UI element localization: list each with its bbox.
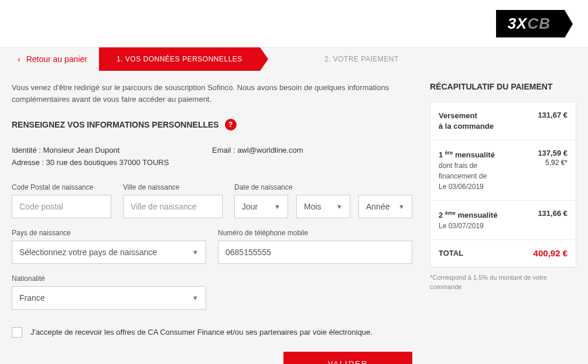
label-nationality: Nationalité [12, 274, 206, 283]
steps-bar: ‹ Retour au panier 1. VOS DONNÉES PERSON… [0, 47, 588, 70]
step-1-personal-data[interactable]: 1. VOS DONNÉES PERSONNELLES [99, 47, 260, 71]
summary-row2-sub-amount: 5,92 €* [538, 159, 568, 167]
back-label: Retour au panier [26, 54, 87, 64]
summary-row1-label1: Versement [439, 111, 477, 120]
section-title-text: RENSEIGNEZ VOS INFORMATIONS PERSONNELLES [12, 120, 219, 129]
chevron-down-icon: ▼ [274, 203, 281, 210]
summary-title: RÉCAPITULATIF DU PAIEMENT [430, 82, 576, 91]
birth-country-select[interactable]: Sélectionnez votre pays de naissance ▼ [12, 241, 206, 264]
label-birth-city: Ville de naissance [123, 183, 223, 191]
step-1-label: 1. VOS DONNÉES PERSONNELLES [117, 55, 242, 63]
summary-row3-label: 2 ème mensualité [439, 211, 497, 219]
summary-row2-label: 1 ère mensualité [439, 150, 495, 159]
label-birth-country: Pays de naissance [12, 229, 206, 237]
email-line: Email : awl@worldline.com [212, 145, 412, 157]
summary-row3-amount: 131,66 € [538, 209, 568, 218]
birth-country-value: Sélectionnez votre pays de naissance [19, 248, 157, 257]
summary-row2-date: Le 03/06/2019 [439, 183, 484, 191]
nationality-select[interactable]: France ▼ [12, 286, 206, 310]
chevron-left-icon: ‹ [18, 54, 20, 64]
summary-total-amount: 400,92 € [534, 248, 568, 258]
summary-row2-amount: 137,59 € [538, 149, 568, 157]
consent-row: J'accepte de recevoir les offres de CA C… [12, 327, 412, 338]
birth-cp-input[interactable] [12, 195, 111, 218]
logo-3x: 3X [508, 15, 528, 32]
consent-text: J'accepte de recevoir les offres de CA C… [30, 328, 372, 336]
summary-row-initial: Versement à la commande 131,67 € [430, 102, 576, 140]
logo-cb: CB [527, 15, 551, 32]
intro-text: Vous venez d'être redirigé sur le parcou… [12, 82, 412, 105]
back-to-cart-link[interactable]: ‹ Retour au panier [0, 54, 99, 64]
label-mobile-phone: Numéro de téléphone mobile [218, 229, 412, 237]
summary-row2-sub1: dont frais de [439, 162, 477, 170]
address-line: Adresse : 30 rue des boutiques 37000 TOU… [12, 157, 212, 169]
identity-line: Identité : Monsieur Jean Dupont [12, 145, 212, 157]
chevron-down-icon: ▼ [192, 294, 199, 301]
summary-total-label: TOTAL [439, 248, 463, 259]
summary-row-installment-1: 1 ère mensualité dont frais de financeme… [430, 140, 576, 201]
step-2-label: 2. VOTRE PAIEMENT [324, 55, 399, 63]
label-birth-cp: Code Postal de naissance [12, 183, 111, 191]
birth-year-value: Année [366, 202, 389, 211]
validate-button[interactable]: VALIDER [283, 352, 412, 364]
header: 3XCB [0, 0, 588, 47]
form-panel: Vous venez d'être redirigé sur le parcou… [12, 82, 412, 364]
logo-3xcb: 3XCB [496, 10, 565, 37]
help-icon[interactable]: ? [225, 119, 237, 131]
section-title: RENSEIGNEZ VOS INFORMATIONS PERSONNELLES… [12, 119, 412, 131]
summary-row1-label2: à la commande [439, 122, 494, 131]
birth-day-value: Jour [242, 202, 258, 211]
step-2-payment[interactable]: 2. VOTRE PAIEMENT [307, 47, 416, 71]
consent-checkbox[interactable] [12, 327, 22, 338]
nationality-value: France [19, 293, 45, 303]
payment-summary: RÉCAPITULATIF DU PAIEMENT Versement à la… [430, 82, 576, 291]
summary-footnote: *Correspond à 1,5% du montant de votre c… [430, 273, 576, 291]
birth-day-select[interactable]: Jour ▼ [234, 195, 288, 218]
identity-summary: Identité : Monsieur Jean Dupont Adresse … [12, 145, 412, 169]
summary-row-total: TOTAL 400,92 € [430, 240, 576, 267]
chevron-down-icon: ▼ [398, 203, 405, 210]
birth-month-select[interactable]: Mois ▼ [296, 195, 350, 218]
summary-row3-date: Le 03/07/2019 [439, 222, 484, 230]
chevron-down-icon: ▼ [336, 203, 343, 210]
mobile-phone-input[interactable] [218, 241, 412, 264]
chevron-down-icon: ▼ [192, 249, 199, 256]
summary-row2-sub2: financement de [439, 172, 487, 180]
summary-row1-amount: 131,67 € [538, 111, 568, 119]
label-birth-date: Date de naissance [234, 183, 412, 191]
page-body: Vous venez d'être redirigé sur le parcou… [0, 70, 588, 364]
birth-city-input[interactable] [123, 195, 223, 218]
summary-row-installment-2: 2 ème mensualité Le 03/07/2019 131,66 € [430, 201, 576, 240]
birth-year-select[interactable]: Année ▼ [358, 195, 412, 218]
birth-month-value: Mois [304, 202, 322, 211]
